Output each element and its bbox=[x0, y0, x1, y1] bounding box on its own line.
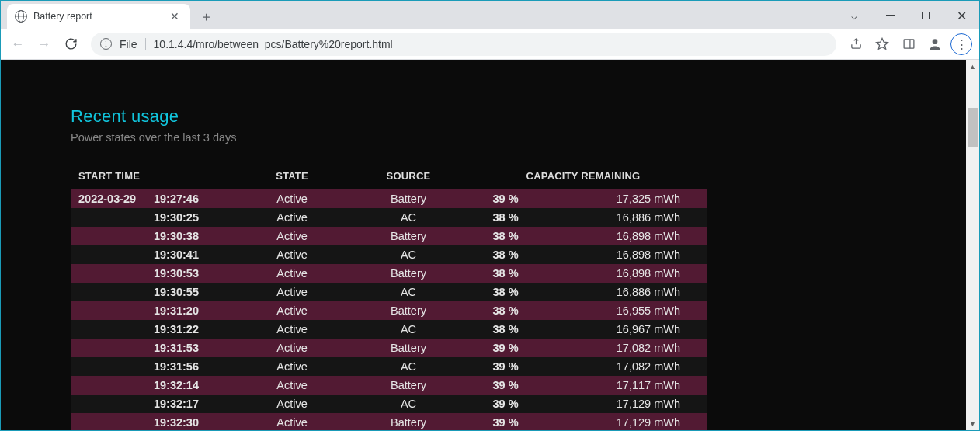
share-button[interactable] bbox=[843, 32, 869, 57]
cell-capacity: 17,117 mWh bbox=[552, 376, 707, 395]
cell-capacity: 17,129 mWh bbox=[552, 395, 707, 413]
table-row: 19:30:41ActiveAC38 %16,898 mWh bbox=[71, 245, 707, 264]
cell-percent: 39 % bbox=[459, 339, 552, 357]
profile-button[interactable] bbox=[922, 32, 948, 57]
cell-time: 19:31:20 bbox=[144, 301, 226, 320]
cell-time: 19:32:30 bbox=[144, 413, 226, 430]
cell-capacity: 16,955 mWh bbox=[552, 301, 707, 320]
tab-close-button[interactable]: ✕ bbox=[167, 9, 182, 24]
cell-date bbox=[71, 376, 144, 395]
cell-percent: 38 % bbox=[459, 301, 552, 320]
table-row: 19:30:55ActiveAC38 %16,886 mWh bbox=[71, 283, 707, 301]
url-scheme-label: File bbox=[120, 38, 137, 50]
chevron-down-icon: ⌵ bbox=[851, 10, 857, 22]
cell-capacity: 17,082 mWh bbox=[552, 357, 707, 376]
cell-percent: 38 % bbox=[459, 283, 552, 301]
cell-source: AC bbox=[358, 208, 459, 227]
cell-capacity: 16,886 mWh bbox=[552, 283, 707, 301]
table-row: 19:30:25ActiveAC38 %16,886 mWh bbox=[71, 208, 707, 227]
cell-state: Active bbox=[226, 227, 358, 245]
site-info-icon[interactable]: i bbox=[100, 38, 112, 50]
vertical-scrollbar[interactable]: ▲ ▼ bbox=[966, 60, 979, 430]
cell-capacity: 16,967 mWh bbox=[552, 320, 707, 339]
window-maximize-button[interactable] bbox=[908, 2, 944, 29]
cell-source: AC bbox=[358, 245, 459, 264]
cell-source: AC bbox=[358, 395, 459, 413]
reload-button[interactable] bbox=[58, 32, 83, 57]
table-row: 19:32:17ActiveAC39 %17,129 mWh bbox=[71, 395, 707, 413]
globe-icon bbox=[15, 10, 27, 23]
cell-state: Active bbox=[226, 189, 358, 208]
cell-source: Battery bbox=[358, 189, 459, 208]
cell-capacity: 17,082 mWh bbox=[552, 339, 707, 357]
url-separator bbox=[145, 38, 146, 50]
cell-time: 19:31:53 bbox=[144, 339, 226, 357]
url-input[interactable]: i File 10.1.4.4/mro/between_pcs/Battery%… bbox=[91, 33, 836, 56]
cell-state: Active bbox=[226, 413, 358, 430]
cell-time: 19:30:25 bbox=[144, 208, 226, 227]
new-tab-button[interactable]: ＋ bbox=[195, 5, 217, 27]
address-bar: ← → i File 10.1.4.4/mro/between_pcs/Batt… bbox=[1, 29, 979, 60]
scroll-down-button[interactable]: ▼ bbox=[966, 417, 979, 430]
cell-percent: 38 % bbox=[459, 245, 552, 264]
cell-time: 19:27:46 bbox=[144, 189, 226, 208]
cell-date bbox=[71, 208, 144, 227]
col-source: SOURCE bbox=[358, 165, 459, 189]
col-start-time: START TIME bbox=[71, 165, 226, 189]
cell-date bbox=[71, 413, 144, 430]
nav-forward-button[interactable]: → bbox=[32, 32, 57, 57]
cell-capacity: 16,886 mWh bbox=[552, 208, 707, 227]
cell-state: Active bbox=[226, 301, 358, 320]
cell-percent: 39 % bbox=[459, 357, 552, 376]
cell-state: Active bbox=[226, 208, 358, 227]
minimize-icon bbox=[886, 15, 895, 16]
cell-time: 19:31:56 bbox=[144, 357, 226, 376]
chrome-menu-button[interactable]: ⋮ bbox=[948, 32, 975, 57]
toolbar-right: ⋮ bbox=[843, 32, 975, 57]
cell-source: AC bbox=[358, 357, 459, 376]
window-titlebar: Battery report ✕ ＋ ⌵ ✕ bbox=[1, 1, 979, 29]
cell-time: 19:31:22 bbox=[144, 320, 226, 339]
cell-time: 19:30:38 bbox=[144, 227, 226, 245]
table-row: 19:32:30ActiveBattery39 %17,129 mWh bbox=[71, 413, 707, 430]
cell-source: Battery bbox=[358, 227, 459, 245]
bookmark-button[interactable] bbox=[869, 32, 895, 57]
col-capacity: CAPACITY REMAINING bbox=[459, 165, 707, 189]
cell-date bbox=[71, 283, 144, 301]
nav-back-button[interactable]: ← bbox=[5, 32, 30, 57]
cell-source: Battery bbox=[358, 301, 459, 320]
cell-source: Battery bbox=[358, 264, 459, 283]
browser-tab[interactable]: Battery report ✕ bbox=[7, 4, 190, 29]
cell-date bbox=[71, 395, 144, 413]
scroll-up-button[interactable]: ▲ bbox=[966, 60, 979, 73]
col-state: STATE bbox=[226, 165, 358, 189]
side-panel-icon bbox=[902, 37, 916, 50]
kebab-menu-icon: ⋮ bbox=[950, 33, 972, 55]
battery-report-page: Recent usage Power states over the last … bbox=[1, 60, 966, 430]
cell-source: Battery bbox=[358, 413, 459, 430]
cell-capacity: 16,898 mWh bbox=[552, 227, 707, 245]
usage-table: START TIME STATE SOURCE CAPACITY REMAINI… bbox=[71, 165, 707, 430]
cell-state: Active bbox=[226, 395, 358, 413]
cell-date bbox=[71, 357, 144, 376]
cell-state: Active bbox=[226, 283, 358, 301]
window-minimize-button[interactable] bbox=[872, 2, 908, 29]
table-row: 19:31:22ActiveAC38 %16,967 mWh bbox=[71, 320, 707, 339]
cell-date: 2022-03-29 bbox=[71, 189, 144, 208]
svg-rect-0 bbox=[904, 40, 914, 48]
window-close-button[interactable]: ✕ bbox=[944, 2, 979, 29]
tab-search-button[interactable]: ⌵ bbox=[836, 2, 872, 29]
cell-state: Active bbox=[226, 320, 358, 339]
cell-state: Active bbox=[226, 376, 358, 395]
cell-date bbox=[71, 320, 144, 339]
table-row: 19:31:56ActiveAC39 %17,082 mWh bbox=[71, 357, 707, 376]
content-viewport: Recent usage Power states over the last … bbox=[1, 60, 979, 430]
cell-date bbox=[71, 245, 144, 264]
table-row: 2022-03-2919:27:46ActiveBattery39 %17,32… bbox=[71, 189, 707, 208]
user-icon bbox=[927, 36, 943, 52]
star-icon bbox=[875, 37, 889, 51]
cell-capacity: 17,325 mWh bbox=[552, 189, 707, 208]
window-controls: ⌵ ✕ bbox=[836, 2, 979, 29]
side-panel-button[interactable] bbox=[895, 32, 922, 57]
scroll-thumb[interactable] bbox=[968, 108, 978, 147]
